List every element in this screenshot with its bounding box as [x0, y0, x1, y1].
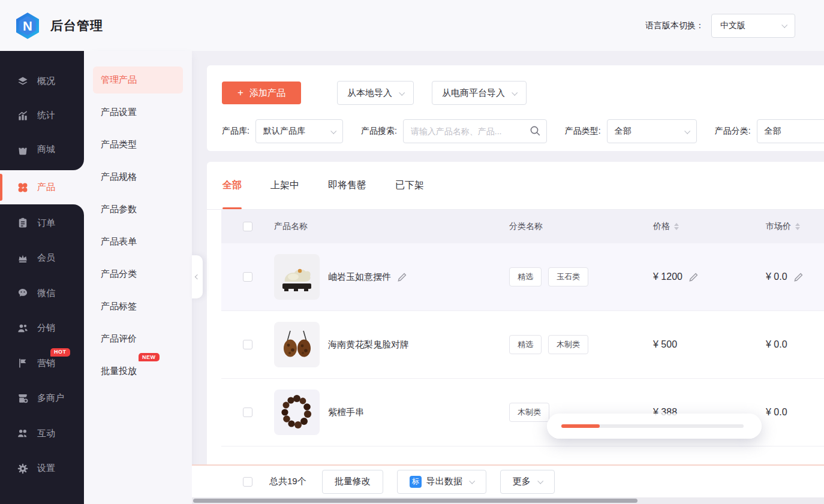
tab-almost-sold-out[interactable]: 即将售罄 [328, 162, 366, 209]
submenu-item-product-settings[interactable]: 产品设置 [93, 99, 183, 126]
product-table-panel: 全部 上架中 即将售罄 已下架 产品名称 分类名称 价格 市场 [207, 162, 824, 497]
sidebar-item-overview[interactable]: 概况 [0, 64, 84, 98]
sidebar-item-distribution[interactable]: 分销 [0, 311, 84, 346]
crown-icon [17, 252, 29, 264]
library-select[interactable]: 默认产品库 [255, 119, 343, 143]
tag-featured[interactable]: 精选 [509, 335, 542, 354]
import-platform-button[interactable]: 从电商平台导入 [432, 81, 527, 105]
tag-category[interactable]: 木制类 [548, 335, 588, 354]
category-select[interactable]: 全部 [757, 119, 824, 143]
export-tag-icon: 标 [410, 476, 422, 488]
footer-select-all-checkbox[interactable] [243, 477, 252, 487]
add-product-button[interactable]: + 添加产品 [222, 82, 301, 104]
more-button[interactable]: 更多 [500, 470, 555, 494]
edit-name-icon[interactable] [397, 272, 407, 282]
import-platform-label: 从电商平台导入 [442, 87, 505, 99]
horizontal-scrollbar[interactable] [192, 497, 824, 504]
submenu-item-product-categories[interactable]: 产品分类 [93, 261, 183, 288]
row-checkbox[interactable] [243, 272, 252, 282]
new-badge: NEW [139, 353, 160, 361]
tab-on-sale[interactable]: 上架中 [270, 162, 299, 209]
column-header-price: 价格 [653, 221, 670, 232]
table-header-row: 产品名称 分类名称 价格 市场价 [221, 210, 824, 243]
submenu-item-batch-publish[interactable]: 批量投放 NEW [93, 358, 183, 385]
product-image-jade-ornament [274, 254, 320, 300]
batch-edit-button[interactable]: 批量修改 [322, 470, 383, 494]
type-select[interactable]: 全部 [607, 119, 697, 143]
submenu-item-label: 管理产品 [101, 74, 137, 86]
sidebar-item-settings[interactable]: 设置 [0, 451, 84, 487]
sidebar-item-wechat[interactable]: 微信 [0, 276, 84, 311]
storefront-plus-icon [17, 393, 29, 405]
chevron-down-icon [399, 89, 405, 95]
market-price-value: ¥ 0.0 [766, 271, 787, 282]
tab-all[interactable]: 全部 [222, 162, 242, 209]
row-checkbox[interactable] [243, 408, 252, 417]
sidebar-block-bottom: 订单 会员 微信 分销 [0, 204, 84, 504]
wechat-icon [17, 287, 29, 299]
market-price-sort-icon[interactable] [795, 223, 800, 230]
submenu-item-product-reviews[interactable]: 产品评价 [93, 325, 183, 352]
submenu-item-label: 产品分类 [101, 268, 137, 280]
sidebar-item-label: 概况 [37, 76, 55, 87]
sidebar-item-label: 微信 [37, 288, 55, 299]
select-all-checkbox[interactable] [243, 222, 252, 231]
submenu-item-product-tags[interactable]: 产品标签 [93, 293, 183, 320]
price-sort-icon[interactable] [674, 223, 679, 230]
add-product-label: 添加产品 [249, 87, 285, 99]
tab-off-shelf[interactable]: 已下架 [395, 162, 424, 209]
edit-price-icon[interactable] [688, 272, 699, 282]
sidebar-item-multi-merchant[interactable]: 多商户 [0, 381, 84, 417]
sidebar-item-stats[interactable]: 统计 [0, 98, 84, 132]
submenu-item-manage-products[interactable]: 管理产品 [93, 67, 183, 93]
product-clover-icon [17, 182, 29, 194]
tag-featured[interactable]: 精选 [509, 267, 542, 286]
submenu-item-label: 批量投放 [101, 366, 137, 377]
tag-category[interactable]: 木制类 [509, 403, 549, 422]
sidebar-item-mall[interactable]: 商城 [0, 132, 84, 167]
submenu-item-label: 产品表单 [101, 236, 137, 248]
two-people-icon [17, 427, 29, 439]
export-data-button[interactable]: 标 导出数据 [397, 470, 486, 494]
sidebar-item-product[interactable]: 产品 [0, 170, 84, 204]
row-checkbox[interactable] [243, 340, 252, 349]
submenu-item-product-specs[interactable]: 产品规格 [93, 164, 183, 191]
sidebar-item-label: 分销 [37, 322, 55, 334]
sidebar-item-marketing[interactable]: 营销 HOT [0, 346, 84, 381]
submenu-item-product-forms[interactable]: 产品表单 [93, 228, 183, 255]
category-select-value: 全部 [765, 126, 781, 137]
sidebar-item-members[interactable]: 会员 [0, 241, 84, 276]
horizontal-scrollbar-thumb[interactable] [193, 499, 637, 503]
category-filter-label: 产品分类: [715, 126, 751, 137]
search-icon[interactable] [530, 125, 541, 137]
sidebar-item-label: 互动 [37, 428, 55, 439]
language-select-value: 中文版 [720, 20, 745, 31]
chevron-down-icon [330, 128, 336, 134]
column-header-name: 产品名称 [274, 221, 509, 232]
product-search-input[interactable] [403, 119, 547, 143]
status-tabs: 全部 上架中 即将售罄 已下架 [207, 162, 824, 210]
submenu-collapse-handle[interactable] [192, 255, 203, 298]
import-local-label: 从本地导入 [347, 87, 392, 99]
order-clipboard-icon [17, 217, 29, 229]
gear-icon [17, 463, 29, 475]
product-name: 岫岩玉如意摆件 [328, 271, 391, 283]
product-name: 海南黄花梨鬼脸对牌 [328, 339, 409, 351]
table-row: 海南黄花梨鬼脸对牌 精选 木制类 ¥ 500 ¥ 0.0 [221, 311, 824, 379]
edit-market-price-icon[interactable] [793, 272, 804, 282]
sidebar-item-interaction[interactable]: 互动 [0, 416, 84, 451]
submenu-item-product-params[interactable]: 产品参数 [93, 196, 183, 223]
progress-track [561, 424, 744, 428]
top-header: N 后台管理 语言版本切换： 中文版 [0, 0, 824, 51]
shopping-bag-icon [17, 144, 29, 156]
submenu-item-label: 产品类型 [101, 139, 137, 150]
language-select[interactable]: 中文版 [711, 14, 795, 38]
import-local-button[interactable]: 从本地导入 [337, 81, 414, 105]
sidebar-block-top: 概况 统计 商城 [0, 51, 84, 170]
submenu-item-product-types[interactable]: 产品类型 [93, 131, 183, 158]
library-filter-label: 产品库: [222, 126, 249, 137]
sidebar-item-orders[interactable]: 订单 [0, 206, 84, 241]
batch-edit-label: 批量修改 [335, 476, 371, 487]
tag-category[interactable]: 玉石类 [548, 267, 588, 286]
submenu-item-label: 产品设置 [101, 107, 137, 118]
